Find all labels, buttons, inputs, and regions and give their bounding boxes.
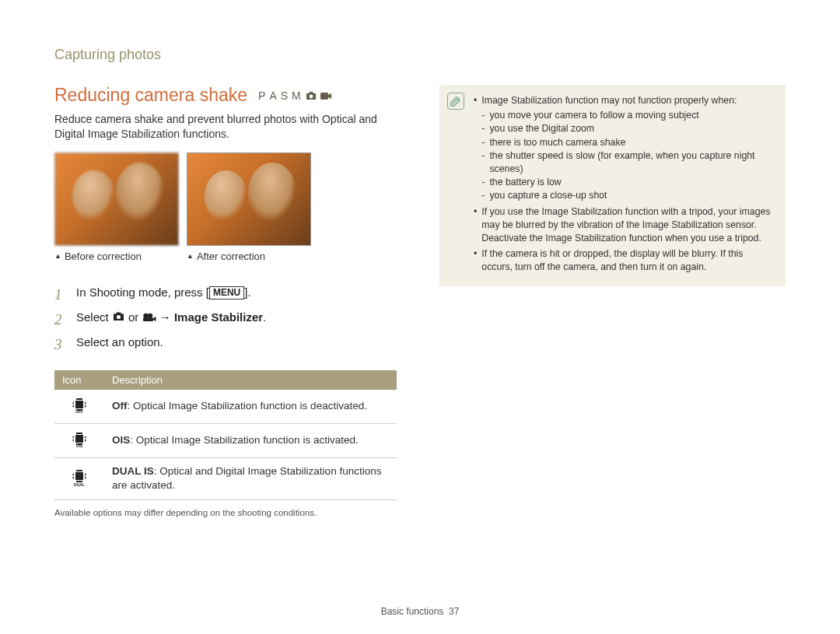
stabilizer-dual-icon: DUAL [54,458,104,499]
camera-mode-icon [305,89,317,102]
note-sub-item: the shutter speed is slow (for example, … [481,149,775,176]
mode-m: M [292,89,303,102]
svg-rect-5 [143,318,153,322]
note-icon [447,93,464,110]
stabilizer-ois-icon: OIS [54,423,104,457]
th-icon: Icon [54,370,104,390]
step-2: 2 Select or → Image Stabilizer. [54,307,397,332]
intro-text: Reduce camera shake and prevent blurred … [54,112,397,142]
mode-p: P [258,89,267,102]
section-label: Capturing photos [54,47,786,63]
svg-point-3 [143,313,148,318]
note-sub-item: you move your camera to follow a moving … [481,109,775,122]
note-bullet-1: Image Stabilization function may not fun… [474,94,775,203]
note-bullet-3: If the camera is hit or dropped, the dis… [474,247,775,274]
note-sub-item: the battery is low [481,176,775,189]
note-sub-item: you use the Digital zoom [481,122,775,135]
step-1: 1 In Shooting mode, press [MENU]. [54,282,397,307]
svg-point-4 [147,313,152,318]
mode-icons: P A S M [258,89,332,102]
video-icon [142,308,156,328]
table-row: DUAL DUAL IS: Optical and Digital Image … [54,458,397,499]
svg-rect-1 [320,93,328,100]
caption-before: ▲Before correction [54,250,179,262]
thumbnail-before [54,152,179,246]
menu-button-label: MENU [209,286,244,299]
note-box: Image Stabilization function may not fun… [439,85,786,286]
svg-point-0 [309,95,313,99]
svg-point-2 [117,315,121,319]
mode-a: A [269,89,278,102]
stabilizer-off-icon: OFF [54,390,104,424]
svg-text:OIS: OIS [76,443,83,447]
options-table: Icon Description OFF Off: Optical Image … [54,370,397,500]
note-bullet-2: If you use the Image Stabilization funct… [474,205,775,246]
caption-after: ▲After correction [187,250,311,262]
page-footer: Basic functions 37 [0,606,840,617]
note-sub-item: you capture a close-up shot [481,189,775,202]
step-3: 3 Select an option. [54,332,397,357]
camera-icon [112,308,125,328]
th-description: Description [104,370,397,390]
video-mode-icon [320,89,332,102]
table-row: OIS OIS: Optical Image Stabilization fun… [54,423,397,457]
steps-list: 1 In Shooting mode, press [MENU]. 2 Sele… [54,282,397,358]
footnote: Available options may differ depending o… [54,508,397,517]
thumbnail-after [187,152,311,246]
svg-text:DUAL: DUAL [74,482,85,486]
mode-s: S [281,89,289,102]
example-thumbnails [54,152,397,246]
note-sub-item: there is too much camera shake [481,136,775,149]
page-heading: Reducing camera shake [54,85,247,106]
table-row: OFF Off: Optical Image Stabilization fun… [54,390,397,424]
svg-text:OFF: OFF [75,408,83,413]
